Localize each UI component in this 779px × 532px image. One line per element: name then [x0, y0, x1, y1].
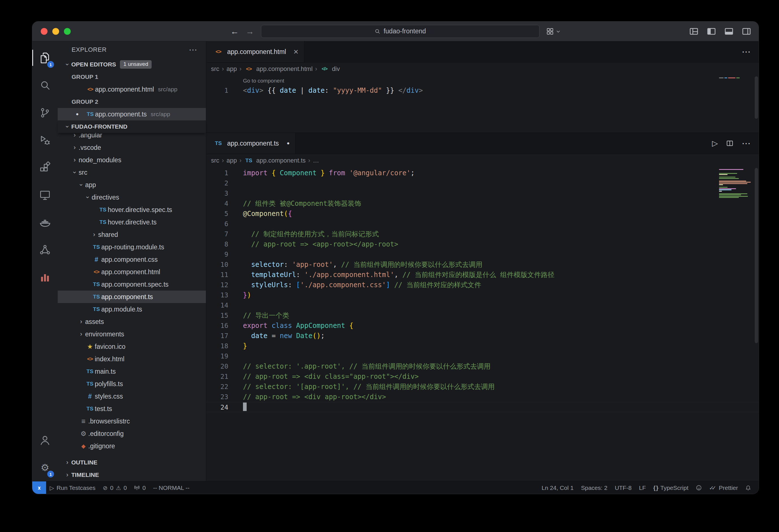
line-number[interactable]: 3 [206, 188, 228, 198]
status-problems[interactable]: ⊘0⚠0 [99, 481, 130, 494]
code-line[interactable]: 12 styleUrls: ['./app.component.css'] //… [206, 280, 759, 290]
tree-item-.editorconfig[interactable]: ⚙.editorconfig [58, 427, 206, 440]
code-line[interactable]: 14 [206, 300, 759, 310]
status-eol[interactable]: LF [635, 481, 650, 494]
breadcrumb-item[interactable]: app [227, 157, 237, 164]
tree-item-app-routing.module.ts[interactable]: TSapp-routing.module.ts [58, 241, 206, 253]
back-button[interactable]: ← [231, 27, 239, 36]
status-run-testcases[interactable]: ▷Run Testcases [46, 481, 99, 494]
tree-item-hover.directive.ts[interactable]: TShover.directive.ts [58, 216, 206, 228]
tree-item-app.component.css[interactable]: #app.component.css [58, 253, 206, 266]
tree-item-.vscode[interactable]: ›.vscode [58, 141, 206, 154]
line-number[interactable]: 19 [206, 351, 228, 361]
outline-section-header[interactable]: › OUTLINE [58, 456, 206, 469]
breadcrumb-item[interactable]: <>app.component.html [244, 65, 312, 73]
tree-item-assets[interactable]: ›assets [58, 316, 206, 328]
tree-item-src[interactable]: ›src [58, 166, 206, 179]
line-number[interactable]: 17 [206, 331, 228, 341]
line-number[interactable]: 1 [206, 85, 228, 95]
tab-app-component-html[interactable]: <> app.component.html × [206, 41, 304, 62]
activity-docker-button[interactable] [32, 209, 58, 236]
code-line[interactable]: 15// 导出一个类 [206, 310, 759, 321]
customize-layout-button[interactable] [690, 28, 698, 35]
code-line[interactable]: 9 [206, 249, 759, 260]
activity-source-control-button[interactable] [32, 99, 58, 126]
tree-item-app.component.html[interactable]: <>app.component.html [58, 266, 206, 278]
code-line[interactable]: 1import { Component } from '@angular/cor… [206, 168, 759, 178]
tree-item-.angular[interactable]: ›.angular [58, 133, 206, 141]
tree-item-app.component.spec.ts[interactable]: TSapp.component.spec.ts [58, 278, 206, 290]
line-number[interactable]: 4 [206, 198, 228, 209]
minimap[interactable] [719, 77, 753, 79]
code-line[interactable]: 3 [206, 188, 759, 198]
status-encoding[interactable]: UTF-8 [611, 481, 635, 494]
editor-typescript[interactable]: 1import { Component } from '@angular/cor… [206, 167, 759, 481]
project-section-header[interactable]: › FUDAO-FRONTEND [58, 120, 206, 133]
breadcrumb-item[interactable]: … [313, 157, 319, 164]
breadcrumb-item[interactable]: </>div [320, 65, 340, 73]
minimap[interactable] [719, 169, 753, 200]
code-line[interactable]: 8 // app-root => <app-root></app-root> [206, 239, 759, 249]
line-number[interactable]: 10 [206, 260, 228, 270]
tab-app-component-ts[interactable]: TS app.component.ts ● [206, 133, 296, 154]
code-line[interactable]: 11 templateUrl: './app.component.html', … [206, 270, 759, 280]
line-number[interactable]: 18 [206, 341, 228, 351]
tree-item-favicon.ico[interactable]: ★favicon.ico [58, 340, 206, 353]
code-line[interactable]: 18} [206, 341, 759, 351]
line-number[interactable]: 12 [206, 280, 228, 290]
line-number[interactable]: 22 [206, 382, 228, 392]
code-line[interactable]: 5@Component({ [206, 209, 759, 219]
code-line[interactable]: 19 [206, 351, 759, 361]
status-prettier[interactable]: ✓✓Prettier [706, 481, 742, 494]
remote-indicator[interactable]: ›‹ [32, 481, 46, 494]
run-file-button[interactable]: ▷ [712, 140, 718, 147]
code-line[interactable]: 7 // 制定组件的使用方式，当前问标记形式 [206, 229, 759, 239]
zoom-window-button[interactable] [64, 28, 71, 35]
line-number[interactable]: 8 [206, 239, 228, 249]
tree-item-environments[interactable]: ›environments [58, 328, 206, 340]
tree-item-app[interactable]: ›app [58, 179, 206, 191]
close-window-button[interactable] [41, 28, 48, 35]
editor-html[interactable]: Go to component 1<div> {{ date | date: "… [206, 75, 759, 133]
activity-run-debug-button[interactable] [32, 126, 58, 154]
code-line[interactable]: 23// app-root => <div app-root></div> [206, 392, 759, 402]
status-indentation[interactable]: Spaces: 2 [577, 481, 611, 494]
code-line[interactable]: 22// selector: '[app-root]', // 当前组件调用的时… [206, 382, 759, 392]
status-cursor-position[interactable]: Ln 24, Col 1 [538, 481, 577, 494]
tree-item-shared[interactable]: ›shared [58, 228, 206, 241]
breadcrumb-item[interactable]: app [227, 65, 237, 73]
status-vim-mode[interactable]: -- NORMAL -- [149, 481, 193, 494]
minimize-window-button[interactable] [52, 28, 59, 35]
activity-chart-button[interactable] [32, 263, 58, 291]
line-number[interactable]: 20 [206, 361, 228, 372]
code-line[interactable]: 4// 组件类 被@Component装饰器装饰 [206, 198, 759, 209]
scrollbar[interactable] [755, 76, 758, 119]
line-number[interactable]: 7 [206, 229, 228, 239]
line-number[interactable]: 5 [206, 209, 228, 219]
activity-account-button[interactable] [32, 426, 58, 454]
open-editor-app.component.html[interactable]: <>app.component.htmlsrc/app [58, 83, 206, 95]
breadcrumb-item[interactable]: src [211, 157, 219, 164]
line-number[interactable]: 23 [206, 392, 228, 402]
scrollbar[interactable] [755, 168, 758, 343]
line-number[interactable]: 9 [206, 249, 228, 260]
command-center-search[interactable]: fudao-frontend [261, 25, 540, 38]
tree-item-directives[interactable]: ›directives [58, 191, 206, 204]
tree-item-test.ts[interactable]: TStest.ts [58, 403, 206, 415]
code-line[interactable]: 6 [206, 219, 759, 229]
line-number[interactable]: 11 [206, 270, 228, 280]
open-editor-app.component.ts[interactable]: ●TSapp.component.tssrc/app [58, 108, 206, 120]
code-line[interactable]: 1<div> {{ date | date: "yyyy-MM-dd" }} <… [206, 85, 759, 95]
tree-item-index.html[interactable]: <>index.html [58, 353, 206, 365]
tree-item-hover.directive.spec.ts[interactable]: TShover.directive.spec.ts [58, 204, 206, 216]
tree-item-styles.css[interactable]: #styles.css [58, 390, 206, 403]
line-number[interactable]: 15 [206, 310, 228, 321]
breadcrumb-item[interactable]: src [211, 65, 219, 73]
line-number[interactable]: 1 [206, 168, 228, 178]
activity-extensions-button[interactable] [32, 154, 58, 181]
tree-item-main.ts[interactable]: TSmain.ts [58, 365, 206, 378]
activity-settings-button[interactable]: ⚙1 [32, 454, 58, 481]
code-line[interactable]: 21// app-root => <div class="app-root"><… [206, 372, 759, 382]
timeline-section-header[interactable]: › TIMELINE [58, 469, 206, 481]
line-number[interactable]: 13 [206, 290, 228, 300]
